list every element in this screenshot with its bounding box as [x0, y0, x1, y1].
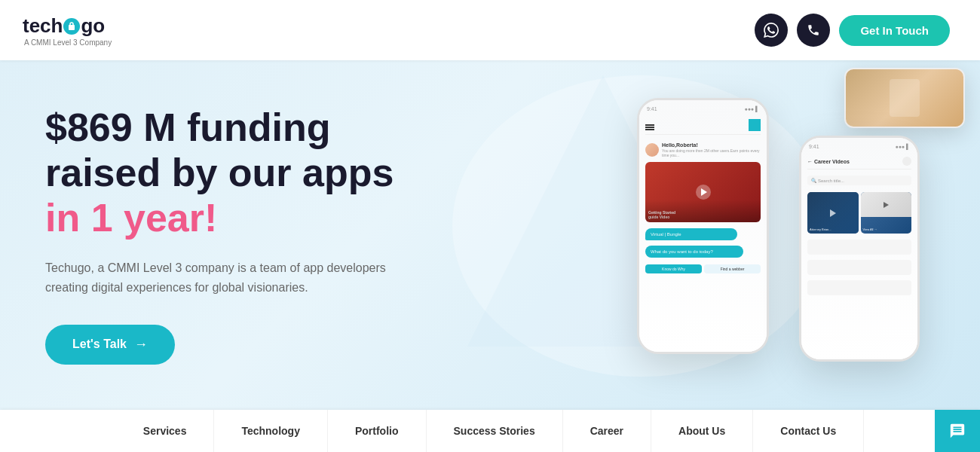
header-actions: Get In Touch [755, 14, 950, 47]
phone-video-card: Getting Startedguide Video [645, 162, 761, 222]
hero-images: 9:41 ●●● ▌ Hello,Roberta! You are doing … [452, 60, 980, 429]
phone2-item2 [807, 260, 911, 275]
hero-description: Techugo, a CMMI Level 3 company is a tea… [45, 258, 392, 297]
lets-talk-label: Let's Talk [72, 337, 127, 351]
logo-part1: tech [23, 14, 63, 38]
hero-title-accent: in 1 year! [45, 196, 217, 240]
hero-content: $869 M funding raised by our apps in 1 y… [0, 60, 394, 365]
hero-title-line2: raised by our apps [45, 151, 394, 194]
bottom-navigation: Services Technology Portfolio Success St… [0, 410, 980, 452]
nav-item-contact-us[interactable]: Contact Us [753, 410, 864, 452]
nav-item-technology[interactable]: Technology [214, 410, 328, 452]
device-floating-top [844, 68, 965, 128]
phone-chat-bubble: Virtual | Bungle [645, 228, 737, 240]
phone-header-row [645, 118, 761, 135]
nav-item-portfolio[interactable]: Portfolio [328, 410, 427, 452]
header: tech go A CMMI Level 3 Company Get In To… [0, 0, 980, 60]
lets-talk-button[interactable]: Let's Talk → [45, 325, 175, 365]
phone-screen-secondary: 9:41 ●●● ▌ ← Career Videos 🔍Search title… [801, 138, 917, 359]
device-top-image [846, 69, 963, 127]
hamburger-icon [645, 124, 654, 126]
phone-question-bubble: What do you want to do today? [645, 246, 743, 258]
bag-icon [67, 22, 76, 31]
nav-item-career[interactable]: Career [563, 410, 651, 452]
phone-icon [807, 23, 820, 37]
chat-icon [949, 423, 966, 439]
profile-dot [749, 119, 761, 131]
get-in-touch-button[interactable]: Get In Touch [839, 15, 950, 46]
hero-section: $869 M funding raised by our apps in 1 y… [0, 60, 980, 429]
logo-icon [63, 18, 80, 35]
lets-talk-arrow: → [134, 337, 148, 353]
phone-mockup-secondary: 9:41 ●●● ▌ ← Career Videos 🔍Search title… [799, 136, 920, 362]
phone-status-bar: 9:41 ●●● ▌ [645, 106, 761, 111]
hero-title-line1: $869 M funding [45, 105, 330, 149]
phone-avatar [645, 143, 659, 157]
phone2-item1 [807, 240, 911, 255]
logo: tech go A CMMI Level 3 Company [23, 14, 112, 47]
hero-title: $869 M funding raised by our apps in 1 y… [45, 105, 394, 240]
logo-part2: go [81, 14, 105, 38]
phone-mockup-main: 9:41 ●●● ▌ Hello,Roberta! You are doing … [637, 98, 769, 354]
phone-screen-main: 9:41 ●●● ▌ Hello,Roberta! You are doing … [639, 100, 767, 352]
phone-user-hello: Hello,Roberta! You are doing more then 2… [645, 141, 761, 159]
phone-status-secondary: 9:41 ●●● ▌ [807, 144, 911, 149]
logo-subtitle: A CMMI Level 3 Company [23, 38, 112, 47]
whatsapp-icon [764, 23, 779, 38]
bottom-right-button[interactable] [935, 410, 980, 452]
nav-item-about-us[interactable]: About Us [651, 410, 753, 452]
phone2-grid: Attorney Brian... View All → [807, 192, 911, 234]
whatsapp-button[interactable] [755, 14, 788, 47]
phone2-header: ← Career Videos [807, 155, 911, 170]
nav-item-services[interactable]: Services [116, 410, 215, 452]
phone-action-buttons: Know do Why Find a webber [645, 264, 761, 273]
logo-text: tech go [23, 14, 112, 38]
nav-item-success-stories[interactable]: Success Stories [427, 410, 563, 452]
phone-button[interactable] [797, 14, 830, 47]
phone2-item3 [807, 280, 911, 295]
svg-rect-0 [69, 25, 75, 30]
phone2-search: 🔍Search title... [807, 176, 911, 185]
